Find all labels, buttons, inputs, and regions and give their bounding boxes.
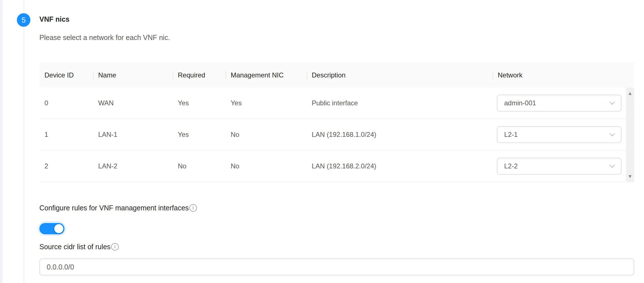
table-scrollbar[interactable]: ▲ ▼ — [626, 88, 634, 182]
cell-required: Yes — [173, 99, 226, 107]
table-body: 0 WAN Yes Yes Public interface admin-001… — [39, 88, 634, 182]
column-header-network: Network — [493, 71, 626, 79]
configure-rules-label: Configure rules for VNF management inter… — [39, 204, 197, 212]
info-icon[interactable]: i — [111, 243, 119, 251]
network-select-value: L2-1 — [504, 131, 518, 139]
cell-description: Public interface — [307, 99, 493, 107]
step-title: VNF nics — [39, 15, 69, 23]
column-header-device-id: Device ID — [39, 71, 93, 79]
scroll-down-arrow-icon[interactable]: ▼ — [626, 174, 634, 179]
cell-network: L2-1 — [493, 126, 626, 143]
source-cidr-label: Source cidr list of rules i — [39, 243, 119, 251]
step-number: 5 — [22, 16, 26, 24]
source-cidr-label-text: Source cidr list of rules — [39, 243, 111, 251]
source-cidr-input[interactable] — [39, 259, 634, 275]
network-select[interactable]: admin-001 — [497, 95, 621, 112]
toggle-knob — [54, 224, 63, 233]
cell-management-nic: No — [226, 131, 307, 139]
cell-device-id: 1 — [39, 131, 93, 139]
chevron-down-icon — [609, 131, 616, 138]
column-header-name: Name — [93, 71, 173, 79]
management-rules-toggle[interactable] — [39, 223, 64, 234]
cell-required: No — [173, 162, 226, 170]
network-select-value: L2-2 — [504, 162, 518, 170]
vnf-nics-table: Device ID Name Required Management NIC D… — [39, 63, 634, 182]
step-number-badge: 5 — [17, 13, 30, 27]
column-header-management-nic: Management NIC — [226, 71, 307, 79]
cell-name: LAN-1 — [93, 131, 173, 139]
step-description: Please select a network for each VNF nic… — [39, 34, 170, 42]
table-row: 2 LAN-2 No No LAN (192.168.2.0/24) L2-2 — [39, 151, 634, 182]
network-select-value: admin-001 — [504, 99, 536, 107]
cell-device-id: 0 — [39, 99, 93, 107]
cell-description: LAN (192.168.1.0/24) — [307, 131, 493, 139]
chevron-down-icon — [609, 99, 616, 107]
chevron-down-icon — [609, 162, 616, 170]
cell-name: LAN-2 — [93, 162, 173, 170]
cell-management-nic: No — [226, 162, 307, 170]
network-select[interactable]: L2-1 — [497, 126, 621, 143]
step-connector-line — [24, 0, 24, 283]
info-icon[interactable]: i — [189, 204, 197, 212]
scroll-up-arrow-icon[interactable]: ▲ — [626, 91, 634, 96]
configure-rules-label-text: Configure rules for VNF management inter… — [39, 204, 189, 212]
cell-management-nic: Yes — [226, 99, 307, 107]
cell-device-id: 2 — [39, 162, 93, 170]
page-left-edge — [0, 0, 3, 283]
cell-required: Yes — [173, 131, 226, 139]
cell-network: L2-2 — [493, 158, 626, 175]
network-select[interactable]: L2-2 — [497, 158, 621, 175]
table-row: 1 LAN-1 Yes No LAN (192.168.1.0/24) L2-1 — [39, 119, 634, 151]
cell-description: LAN (192.168.2.0/24) — [307, 162, 493, 170]
column-header-required: Required — [173, 71, 226, 79]
cell-name: WAN — [93, 99, 173, 107]
table-header-row: Device ID Name Required Management NIC D… — [39, 63, 634, 88]
cell-network: admin-001 — [493, 95, 626, 112]
table-row: 0 WAN Yes Yes Public interface admin-001 — [39, 88, 634, 119]
column-header-description: Description — [307, 71, 493, 79]
